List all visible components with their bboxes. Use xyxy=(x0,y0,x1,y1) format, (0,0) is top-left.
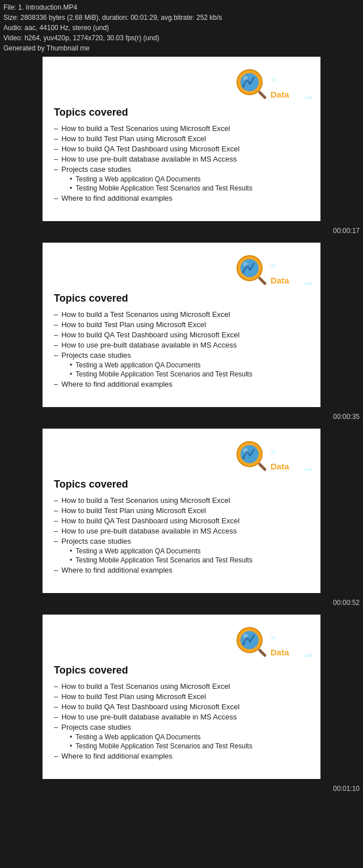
dash: – xyxy=(54,682,58,691)
bullet: • xyxy=(70,556,72,564)
logo-area-2: How To Analyze Data .net xyxy=(43,243,320,293)
info-line1: File: 1. Introduction.MP4 xyxy=(3,2,360,12)
dash: – xyxy=(54,145,58,153)
sub-item-1-1: • Testing a Web application QA Documents xyxy=(70,175,309,183)
sub-text: Testing Mobile Application Test Scenario… xyxy=(75,556,252,564)
topic-text: How to build Test Plan using Microsoft E… xyxy=(61,320,206,329)
bullet: • xyxy=(70,184,72,192)
svg-line-33 xyxy=(260,650,265,655)
svg-text:Data: Data xyxy=(271,276,289,285)
svg-line-3 xyxy=(260,92,265,98)
dash: – xyxy=(54,165,58,173)
logo-area-3: How To Analyze Data .net xyxy=(43,429,320,479)
frame-2-block: How To Analyze Data .net Topics covered … xyxy=(43,243,320,407)
dash: – xyxy=(54,194,58,202)
frame-1-block: How To Analyze Data .net Topics covered … xyxy=(43,57,320,221)
bullet: • xyxy=(70,733,72,741)
content-area: How To Analyze Data .net Topics covered … xyxy=(0,57,363,796)
topic-item-1-6: – Where to find additional examples xyxy=(54,194,309,202)
topic-text: Where to find additional examples xyxy=(61,380,172,388)
logo-1: How To Analyze Data .net xyxy=(224,62,315,102)
topic-item-1-2: – How to build Test Plan using Microsoft… xyxy=(54,134,309,143)
dash: – xyxy=(54,537,58,545)
logo-area-1: How To Analyze Data .net xyxy=(43,57,320,107)
topics-title-2: Topics covered xyxy=(54,293,309,304)
svg-line-13 xyxy=(260,278,265,283)
topic-item-2-4: – How to use pre-built database availabl… xyxy=(54,341,309,349)
topic-item-4-4: – How to use pre-built database availabl… xyxy=(54,713,309,721)
frame-3-block: How To Analyze Data .net Topics covered … xyxy=(43,429,320,593)
topic-text: How to use pre-built database available … xyxy=(61,713,237,721)
dash: – xyxy=(54,380,58,388)
topic-text: Projects case studies xyxy=(61,537,131,545)
sub-text: Testing Mobile Application Test Scenario… xyxy=(75,370,252,378)
dash: – xyxy=(54,155,58,163)
svg-point-22 xyxy=(242,457,244,459)
logo-area-4: How To Analyze Data .net xyxy=(43,615,320,664)
topics-content-1: Topics covered – How to build a Test Sce… xyxy=(43,107,320,210)
dash: – xyxy=(54,331,58,339)
dash: – xyxy=(54,351,58,359)
topic-text: Projects case studies xyxy=(61,723,131,731)
sub-list-4: • Testing a Web application QA Documents… xyxy=(70,733,309,750)
bullet: • xyxy=(70,547,72,555)
dash: – xyxy=(54,702,58,711)
topic-text: How to build a Test Scenarios using Micr… xyxy=(61,496,230,505)
svg-text:How: How xyxy=(271,438,293,449)
timestamp-4: 00:01:10 xyxy=(333,785,360,793)
topic-text: How to use pre-built database available … xyxy=(61,527,237,535)
bullet: • xyxy=(70,175,72,183)
sub-text: Testing a Web application QA Documents xyxy=(75,733,201,741)
topic-text: Where to find additional examples xyxy=(61,752,172,760)
topic-text: How to build Test Plan using Microsoft E… xyxy=(61,506,206,515)
svg-text:.net: .net xyxy=(303,653,313,658)
topic-item-4-3: – How to build QA Test Dashboard using M… xyxy=(54,702,309,711)
svg-text:Data: Data xyxy=(271,461,289,471)
topic-text: How to use pre-built database available … xyxy=(61,155,237,163)
topic-item-1-4: – How to use pre-built database availabl… xyxy=(54,155,309,163)
dash: – xyxy=(54,527,58,535)
svg-point-24 xyxy=(243,448,248,452)
dash: – xyxy=(54,692,58,701)
svg-text:Data: Data xyxy=(271,90,289,99)
dash: – xyxy=(54,124,58,133)
logo-4: How To Analyze Data .net xyxy=(224,620,315,660)
dash: – xyxy=(54,516,58,525)
topic-text: How to build QA Test Dashboard using Mic… xyxy=(61,331,239,339)
topic-text: How to build Test Plan using Microsoft E… xyxy=(61,134,206,143)
dash: – xyxy=(54,320,58,329)
info-line3: Audio: aac, 44100 Hz, stereo (und) xyxy=(3,23,360,33)
info-line5: Generated by Thumbnail me xyxy=(3,43,360,53)
svg-text:Data: Data xyxy=(271,647,289,657)
topic-text: Projects case studies xyxy=(61,351,131,359)
topic-text: How to build QA Test Dashboard using Mic… xyxy=(61,702,239,711)
sub-list-3: • Testing a Web application QA Documents… xyxy=(70,547,309,564)
frame-4-block: How To Analyze Data .net Topics covered … xyxy=(43,615,320,779)
topic-item-3-4: – How to use pre-built database availabl… xyxy=(54,527,309,535)
topic-text: How to build a Test Scenarios using Micr… xyxy=(61,310,230,319)
svg-point-34 xyxy=(243,634,248,638)
topic-item-4-2: – How to build Test Plan using Microsoft… xyxy=(54,692,309,701)
info-bar: File: 1. Introduction.MP4 Size: 2808336 … xyxy=(0,0,363,57)
svg-line-23 xyxy=(260,464,265,469)
svg-text:.net: .net xyxy=(303,281,313,286)
dash: – xyxy=(54,341,58,349)
svg-point-14 xyxy=(243,262,248,266)
sub-item-3-1: • Testing a Web application QA Documents xyxy=(70,547,309,555)
dash: – xyxy=(54,310,58,319)
sub-text: Testing a Web application QA Documents xyxy=(75,175,201,183)
sub-item-4-1: • Testing a Web application QA Documents xyxy=(70,733,309,741)
dash: – xyxy=(54,566,58,574)
topic-item-4-5: – Projects case studies xyxy=(54,723,309,731)
topic-item-2-2: – How to build Test Plan using Microsoft… xyxy=(54,320,309,329)
topics-content-3: Topics covered – How to build a Test Sce… xyxy=(43,479,320,582)
topic-text: How to build a Test Scenarios using Micr… xyxy=(61,682,230,691)
svg-text:.net: .net xyxy=(303,95,313,100)
topics-title-3: Topics covered xyxy=(54,479,309,490)
svg-point-4 xyxy=(243,76,248,81)
topic-text: How to build QA Test Dashboard using Mic… xyxy=(61,145,239,153)
sub-text: Testing a Web application QA Documents xyxy=(75,361,201,369)
topic-item-2-1: – How to build a Test Scenarios using Mi… xyxy=(54,310,309,319)
topic-text: Where to find additional examples xyxy=(61,194,172,202)
frame-4: How To Analyze Data .net Topics covered … xyxy=(0,615,363,796)
